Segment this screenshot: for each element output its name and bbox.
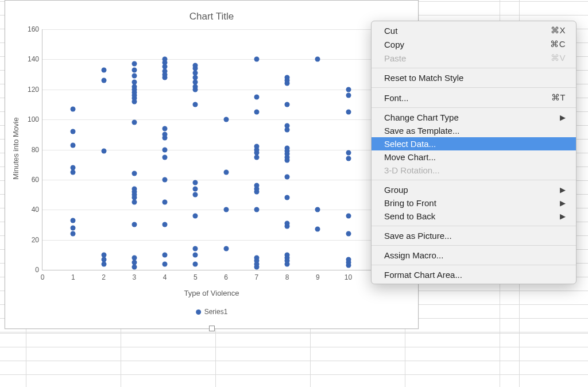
data-point[interactable] xyxy=(71,106,76,111)
data-point[interactable] xyxy=(223,207,229,212)
y-axis-label[interactable]: Minutes into Movie xyxy=(11,117,20,179)
menu-item-select-data[interactable]: Select Data... xyxy=(372,137,576,150)
data-point[interactable] xyxy=(131,67,137,72)
data-point[interactable] xyxy=(346,150,351,155)
data-point[interactable] xyxy=(346,93,351,98)
data-point[interactable] xyxy=(285,145,290,150)
data-point[interactable] xyxy=(101,67,106,72)
menu-item-reset-to-match-style[interactable]: Reset to Match Style xyxy=(372,71,576,84)
menu-item-change-chart-type[interactable]: Change Chart Type▶ xyxy=(372,111,576,124)
data-point[interactable] xyxy=(193,63,198,68)
data-point[interactable] xyxy=(163,252,168,257)
x-axis-label[interactable]: Type of Violence xyxy=(184,289,239,297)
data-point[interactable] xyxy=(131,73,137,79)
data-point[interactable] xyxy=(131,260,137,265)
data-point[interactable] xyxy=(131,222,137,227)
plot-area[interactable]: 020406080100120140160012345678910 xyxy=(42,29,409,270)
data-point[interactable] xyxy=(346,257,351,262)
data-point[interactable] xyxy=(193,102,198,107)
data-point[interactable] xyxy=(163,132,168,137)
data-point[interactable] xyxy=(131,79,137,84)
data-point[interactable] xyxy=(101,261,106,266)
data-point[interactable] xyxy=(346,231,351,237)
data-point[interactable] xyxy=(131,200,137,205)
context-menu[interactable]: Cut⌘XCopy⌘CPaste⌘VReset to Match StyleFo… xyxy=(371,21,577,284)
data-point[interactable] xyxy=(193,261,198,266)
menu-item-save-as-picture[interactable]: Save as Picture... xyxy=(372,229,576,242)
data-point[interactable] xyxy=(254,256,259,261)
data-point[interactable] xyxy=(223,117,229,122)
data-point[interactable] xyxy=(131,256,137,261)
menu-item-format-chart-area[interactable]: Format Chart Area... xyxy=(372,268,576,281)
data-point[interactable] xyxy=(163,154,168,160)
data-point[interactable] xyxy=(71,218,76,223)
data-point[interactable] xyxy=(254,94,259,99)
data-point[interactable] xyxy=(193,70,198,75)
menu-item-move-chart[interactable]: Move Chart... xyxy=(372,150,576,164)
data-point[interactable] xyxy=(193,79,198,84)
data-point[interactable] xyxy=(131,120,137,125)
menu-item-send-to-back[interactable]: Send to Back▶ xyxy=(372,210,576,223)
data-point[interactable] xyxy=(254,144,259,149)
data-point[interactable] xyxy=(254,110,259,115)
data-point[interactable] xyxy=(163,57,168,62)
data-point[interactable] xyxy=(254,183,259,188)
data-point[interactable] xyxy=(285,195,290,200)
data-point[interactable] xyxy=(285,102,290,107)
data-point[interactable] xyxy=(163,261,168,266)
data-point[interactable] xyxy=(346,213,351,218)
data-point[interactable] xyxy=(223,246,229,251)
data-point[interactable] xyxy=(193,75,198,80)
chart-title[interactable]: Chart Title xyxy=(5,1,418,22)
data-point[interactable] xyxy=(163,177,168,182)
data-point[interactable] xyxy=(71,142,76,148)
data-point[interactable] xyxy=(254,207,259,212)
data-point[interactable] xyxy=(315,57,320,62)
data-point[interactable] xyxy=(131,84,137,89)
data-point[interactable] xyxy=(71,165,76,170)
data-point[interactable] xyxy=(193,252,198,257)
chart-object[interactable]: Chart Title Minutes into Movie 020406080… xyxy=(5,0,419,329)
data-point[interactable] xyxy=(254,154,259,160)
data-point[interactable] xyxy=(285,127,290,133)
data-point[interactable] xyxy=(285,75,290,80)
data-point[interactable] xyxy=(193,213,198,218)
data-point[interactable] xyxy=(193,180,198,185)
data-point[interactable] xyxy=(193,246,198,251)
data-point[interactable] xyxy=(285,252,290,257)
data-point[interactable] xyxy=(315,207,320,212)
data-point[interactable] xyxy=(131,186,137,191)
data-point[interactable] xyxy=(163,147,168,152)
data-point[interactable] xyxy=(71,129,76,134)
data-point[interactable] xyxy=(101,257,106,262)
data-point[interactable] xyxy=(163,64,168,69)
data-point[interactable] xyxy=(71,225,76,230)
data-point[interactable] xyxy=(131,171,137,176)
data-point[interactable] xyxy=(131,61,137,67)
data-point[interactable] xyxy=(163,126,168,131)
data-point[interactable] xyxy=(346,110,351,115)
data-point[interactable] xyxy=(193,84,198,89)
menu-item-copy[interactable]: Copy⌘C xyxy=(372,37,576,51)
resize-handle-bottom[interactable] xyxy=(209,326,215,331)
menu-item-font[interactable]: Font...⌘T xyxy=(372,91,576,105)
data-point[interactable] xyxy=(163,69,168,74)
data-point[interactable] xyxy=(285,174,290,179)
data-point[interactable] xyxy=(71,169,76,175)
chart-legend[interactable]: Series1 xyxy=(196,308,228,316)
data-point[interactable] xyxy=(223,169,229,175)
data-point[interactable] xyxy=(101,78,106,83)
data-point[interactable] xyxy=(193,186,198,191)
data-point[interactable] xyxy=(163,200,168,205)
menu-item-group[interactable]: Group▶ xyxy=(372,183,576,196)
data-point[interactable] xyxy=(315,227,320,232)
menu-item-save-as-template[interactable]: Save as Template... xyxy=(372,124,576,137)
data-point[interactable] xyxy=(285,220,290,226)
menu-item-cut[interactable]: Cut⌘X xyxy=(372,24,576,37)
data-point[interactable] xyxy=(101,252,106,257)
menu-item-assign-macro[interactable]: Assign Macro... xyxy=(372,249,576,262)
data-point[interactable] xyxy=(285,123,290,128)
menu-item-bring-to-front[interactable]: Bring to Front▶ xyxy=(372,196,576,210)
data-point[interactable] xyxy=(346,156,351,161)
data-point[interactable] xyxy=(254,57,259,62)
